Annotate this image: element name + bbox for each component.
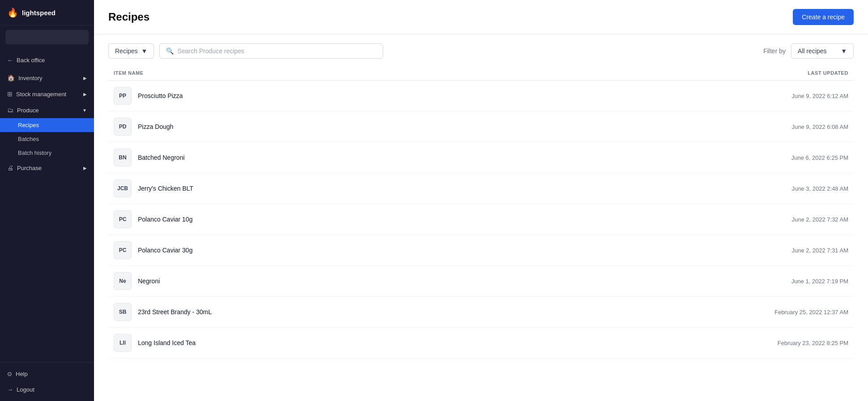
search-box[interactable]: 🔍 bbox=[159, 43, 383, 59]
avatar: PP bbox=[114, 87, 132, 105]
column-item-name: ITEM NAME bbox=[108, 66, 528, 81]
cell-last-updated: June 3, 2022 2:48 AM bbox=[528, 173, 854, 204]
logo-text: lightspeed bbox=[22, 9, 56, 17]
cell-item-name: PP Prosciutto Pizza bbox=[108, 81, 528, 111]
sidebar-item-recipes[interactable]: Recipes bbox=[0, 118, 94, 132]
help-label: Help bbox=[16, 371, 28, 377]
inventory-chevron: ▶ bbox=[83, 76, 87, 81]
table-row[interactable]: PD Pizza Dough June 9, 2022 6:08 AM bbox=[108, 111, 854, 142]
sidebar-item-batches[interactable]: Batches bbox=[0, 132, 94, 146]
sidebar-nav: ← Back office 🏠 Inventory ▶ ⊞ Stock mana… bbox=[0, 49, 94, 362]
cell-item-name: PC Polanco Caviar 30g bbox=[108, 235, 528, 266]
nav-section-main: 🏠 Inventory ▶ ⊞ Stock management ▶ 🗂 Pro… bbox=[0, 68, 94, 178]
item-name: Long Island Iced Tea bbox=[138, 339, 196, 346]
filter-by-label: Filter by bbox=[763, 47, 786, 55]
cell-item-name: PD Pizza Dough bbox=[108, 111, 528, 142]
avatar: JCB bbox=[114, 179, 132, 197]
cell-item-name: JCB Jerry's Chicken BLT bbox=[108, 173, 528, 204]
type-dropdown-chevron: ▼ bbox=[141, 47, 148, 55]
sidebar: 🔥 lightspeed ← Back office 🏠 Inventory ▶… bbox=[0, 0, 94, 401]
sidebar-item-purchase[interactable]: 🖨 Purchase ▶ bbox=[0, 160, 94, 176]
item-name: Jerry's Chicken BLT bbox=[138, 185, 193, 192]
sidebar-search[interactable] bbox=[5, 30, 89, 44]
table-row[interactable]: LII Long Island Iced Tea February 23, 20… bbox=[108, 328, 854, 358]
cell-item-name: BN Batched Negroni bbox=[108, 142, 528, 173]
avatar: SB bbox=[114, 303, 132, 321]
logo-icon: 🔥 bbox=[7, 7, 18, 18]
create-recipe-button[interactable]: Create a recipe bbox=[793, 9, 854, 25]
filter-dropdown[interactable]: All recipes ▼ bbox=[791, 43, 854, 59]
table-header: ITEM NAME LAST UPDATED bbox=[108, 66, 854, 81]
cell-item-name: SB 23rd Street Brandy - 30mL bbox=[108, 297, 528, 328]
stock-management-label: Stock management bbox=[16, 91, 66, 98]
search-input[interactable] bbox=[177, 47, 376, 55]
purchase-label: Purchase bbox=[17, 165, 42, 171]
cell-last-updated: June 9, 2022 6:08 AM bbox=[528, 111, 854, 142]
logout-label: Logout bbox=[17, 386, 34, 393]
produce-icon: 🗂 bbox=[7, 107, 13, 114]
inventory-label: Inventory bbox=[18, 75, 42, 81]
item-name: 23rd Street Brandy - 30mL bbox=[138, 308, 212, 316]
cell-item-name: PC Polanco Caviar 10g bbox=[108, 204, 528, 235]
cell-last-updated: February 25, 2022 12:37 AM bbox=[528, 297, 854, 328]
toolbar: Recipes ▼ 🔍 Filter by All recipes ▼ bbox=[94, 34, 868, 66]
produce-label: Produce bbox=[17, 107, 38, 114]
sidebar-item-inventory[interactable]: 🏠 Inventory ▶ bbox=[0, 70, 94, 86]
table-row[interactable]: PC Polanco Caviar 30g June 2, 2022 7:31 … bbox=[108, 235, 854, 266]
filter-dropdown-value: All recipes bbox=[798, 47, 827, 55]
column-last-updated: LAST UPDATED bbox=[528, 66, 854, 81]
batch-history-label: Batch history bbox=[18, 149, 51, 156]
sidebar-item-help[interactable]: ⊙ Help bbox=[0, 366, 94, 382]
avatar: PC bbox=[114, 210, 132, 228]
sidebar-item-produce[interactable]: 🗂 Produce ▼ bbox=[0, 102, 94, 118]
cell-last-updated: June 6, 2022 6:25 PM bbox=[528, 142, 854, 173]
app-logo: 🔥 lightspeed bbox=[0, 0, 94, 26]
table-row[interactable]: BN Batched Negroni June 6, 2022 6:25 PM bbox=[108, 142, 854, 173]
search-icon: 🔍 bbox=[166, 47, 174, 55]
inventory-icon: 🏠 bbox=[7, 74, 15, 81]
cell-item-name: Ne Negroni bbox=[108, 266, 528, 297]
table-row[interactable]: JCB Jerry's Chicken BLT June 3, 2022 2:4… bbox=[108, 173, 854, 204]
avatar: LII bbox=[114, 334, 132, 352]
cell-item-name: LII Long Island Iced Tea bbox=[108, 328, 528, 358]
sidebar-item-batch-history[interactable]: Batch history bbox=[0, 146, 94, 160]
stock-chevron: ▶ bbox=[83, 92, 87, 97]
item-name: Batched Negroni bbox=[138, 154, 184, 161]
stock-management-icon: ⊞ bbox=[7, 90, 13, 98]
type-dropdown[interactable]: Recipes ▼ bbox=[108, 43, 154, 59]
item-name: Polanco Caviar 10g bbox=[138, 216, 192, 223]
page-header: Recipes Create a recipe bbox=[94, 0, 868, 34]
item-name: Pizza Dough bbox=[138, 123, 173, 130]
purchase-chevron: ▶ bbox=[83, 166, 87, 171]
cell-last-updated: June 2, 2022 7:31 AM bbox=[528, 235, 854, 266]
back-arrow-icon: ← bbox=[7, 57, 13, 64]
back-office-link[interactable]: ← Back office bbox=[0, 52, 94, 68]
logout-icon: → bbox=[7, 386, 13, 393]
page-title: Recipes bbox=[108, 11, 150, 23]
table-row[interactable]: SB 23rd Street Brandy - 30mL February 25… bbox=[108, 297, 854, 328]
table-row[interactable]: Ne Negroni June 1, 2022 7:19 PM bbox=[108, 266, 854, 297]
recipes-label: Recipes bbox=[18, 122, 39, 128]
main-content: Recipes Create a recipe Recipes ▼ 🔍 Filt… bbox=[94, 0, 868, 401]
table-row[interactable]: PC Polanco Caviar 10g June 2, 2022 7:32 … bbox=[108, 204, 854, 235]
back-office-label: Back office bbox=[17, 57, 45, 64]
avatar: PD bbox=[114, 118, 132, 136]
avatar: PC bbox=[114, 241, 132, 259]
cell-last-updated: June 9, 2022 6:12 AM bbox=[528, 81, 854, 111]
item-name: Polanco Caviar 30g bbox=[138, 247, 192, 254]
sidebar-item-stock-management[interactable]: ⊞ Stock management ▶ bbox=[0, 86, 94, 102]
table-body: PP Prosciutto Pizza June 9, 2022 6:12 AM… bbox=[108, 81, 854, 358]
cell-last-updated: June 1, 2022 7:19 PM bbox=[528, 266, 854, 297]
produce-chevron: ▼ bbox=[82, 108, 87, 113]
table-row[interactable]: PP Prosciutto Pizza June 9, 2022 6:12 AM bbox=[108, 81, 854, 111]
filter-dropdown-chevron: ▼ bbox=[841, 47, 847, 55]
avatar: Ne bbox=[114, 272, 132, 290]
avatar: BN bbox=[114, 149, 132, 166]
cell-last-updated: June 2, 2022 7:32 AM bbox=[528, 204, 854, 235]
help-icon: ⊙ bbox=[7, 371, 12, 377]
item-name: Prosciutto Pizza bbox=[138, 92, 183, 99]
cell-last-updated: February 23, 2022 8:25 PM bbox=[528, 328, 854, 358]
sidebar-bottom: ⊙ Help → Logout bbox=[0, 362, 94, 401]
type-dropdown-label: Recipes bbox=[115, 47, 138, 55]
sidebar-item-logout[interactable]: → Logout bbox=[0, 382, 94, 397]
